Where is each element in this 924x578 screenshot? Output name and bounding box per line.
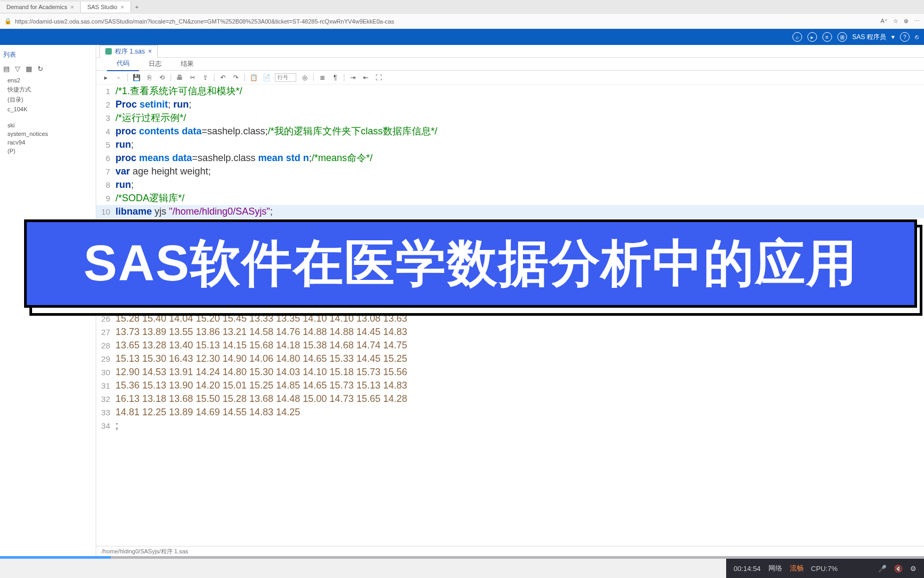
- code-line[interactable]: 8run;: [96, 178, 924, 192]
- cut-icon[interactable]: ✂: [188, 73, 197, 82]
- help-icon[interactable]: ?: [900, 32, 910, 42]
- stop-icon[interactable]: ◦: [114, 73, 123, 82]
- sidebar-item[interactable]: ski: [3, 121, 93, 130]
- sidebar-item[interactable]: c_104K: [3, 105, 93, 113]
- close-icon[interactable]: ×: [148, 48, 152, 55]
- favorite-icon[interactable]: ☆: [893, 18, 898, 25]
- sidebar-item[interactable]: 快捷方式: [3, 85, 93, 95]
- view-icon[interactable]: ▦: [26, 65, 32, 73]
- code-text: 13.73 13.89 13.55 13.86 13.21 14.58 14.7…: [116, 325, 924, 339]
- code-line[interactable]: 2Proc setinit; run;: [96, 98, 924, 111]
- line-number: 33: [96, 406, 116, 419]
- print-icon[interactable]: 🖶: [175, 73, 184, 82]
- code-line[interactable]: 1/*1.查看系统许可信息和模块*/: [96, 85, 924, 98]
- sidebar-item[interactable]: racv94: [3, 138, 93, 147]
- tab-log[interactable]: 日志: [139, 57, 171, 71]
- code-line[interactable]: 6proc means data=sashelp.class mean std …: [96, 151, 924, 165]
- line-number: 3: [96, 111, 116, 125]
- indent-icon[interactable]: ⇥: [349, 73, 357, 82]
- line-number: 28: [96, 339, 116, 352]
- code-line[interactable]: 3115.36 15.13 13.90 14.20 15.01 15.25 14…: [96, 379, 924, 392]
- format-icon[interactable]: ≣: [318, 73, 327, 82]
- paste-icon[interactable]: 📄: [262, 73, 271, 82]
- code-line[interactable]: 3/*运行过程示例*/: [96, 111, 924, 125]
- expand-icon[interactable]: ▤: [3, 65, 10, 73]
- code-text: run;: [116, 138, 924, 151]
- fullscreen-icon[interactable]: ⛶: [374, 73, 383, 82]
- run-icon[interactable]: ▸: [102, 73, 110, 82]
- close-icon[interactable]: ×: [71, 4, 74, 10]
- read-aloud-icon[interactable]: A⁺: [881, 18, 888, 25]
- new-tab-button[interactable]: +: [131, 2, 143, 12]
- code-line[interactable]: 3314.81 12.25 13.89 14.69 14.55 14.83 14…: [96, 406, 924, 419]
- code-line[interactable]: 2713.73 13.89 13.55 13.86 13.21 14.58 14…: [96, 325, 924, 339]
- collections-icon[interactable]: ⊕: [904, 18, 908, 25]
- redo-icon[interactable]: ↷: [232, 73, 240, 82]
- history-icon[interactable]: ⟲: [158, 73, 166, 82]
- code-text: ;: [116, 419, 924, 432]
- code-text: run;: [116, 178, 924, 192]
- copy-icon[interactable]: 📋: [249, 73, 258, 82]
- sidebar-item[interactable]: (目录): [3, 95, 93, 105]
- volume-icon[interactable]: 🔇: [894, 565, 903, 573]
- sub-tab-row: 代码 日志 结果: [96, 58, 924, 71]
- tab-code[interactable]: 代码: [107, 57, 139, 71]
- search-icon[interactable]: ⌕: [792, 32, 802, 42]
- sidebar-item[interactable]: ens2: [3, 76, 93, 85]
- save-icon[interactable]: 💾: [132, 73, 141, 82]
- code-text: /*SODA逻辑库*/: [116, 192, 924, 205]
- code-text: var age height weight;: [116, 165, 924, 178]
- line-number: 7: [96, 165, 116, 178]
- code-text: 15.36 15.13 13.90 14.20 15.01 15.25 14.8…: [116, 379, 924, 392]
- file-tab[interactable]: 程序 1.sas ×: [99, 45, 158, 58]
- code-line[interactable]: 3216.13 13.18 13.68 15.50 15.28 13.68 14…: [96, 392, 924, 406]
- mic-icon[interactable]: 🎤: [878, 565, 887, 573]
- line-number: 27: [96, 325, 116, 339]
- line-input[interactable]: [275, 73, 296, 82]
- url-text[interactable]: https://odamid-usw2.oda.sas.com/SASStudi…: [15, 18, 881, 25]
- saveas-icon[interactable]: ⎘: [145, 73, 153, 82]
- settings-icon[interactable]: ⚙: [910, 565, 917, 573]
- refresh-icon[interactable]: ↻: [37, 65, 43, 73]
- goto-icon[interactable]: ◎: [301, 73, 309, 82]
- outdent-icon[interactable]: ⇤: [361, 73, 370, 82]
- sidebar-item[interactable]: (P): [3, 147, 93, 155]
- tab-title: SAS Studio: [87, 4, 117, 10]
- code-text: libname yjs "/home/hlding0/SASyjs";: [116, 205, 924, 218]
- editor-toolbar: ▸ ◦ 💾 ⎘ ⟲ 🖶 ✂ ⇪ ↶ ↷ 📋 📄 ◎ ≣ ¶ ⇥ ⇤ ⛶: [96, 71, 924, 85]
- close-icon[interactable]: ×: [120, 4, 124, 10]
- filter-icon[interactable]: ▽: [15, 65, 20, 73]
- programmer-label[interactable]: SAS 程序员: [852, 33, 886, 42]
- new-icon[interactable]: ▸: [807, 32, 817, 42]
- code-text: proc means data=sashelp.class mean std n…: [116, 151, 924, 165]
- sidebar-item[interactable]: system_notices: [3, 130, 93, 138]
- code-text: 14.81 12.25 13.89 14.69 14.55 14.83 14.2…: [116, 406, 924, 419]
- code-line[interactable]: 4proc contents data=sashelp.class;/*我的逻辑…: [96, 125, 924, 138]
- share-icon[interactable]: ⇪: [201, 73, 210, 82]
- status-path: /home/hlding0/SASyjs/程序 1.sas: [96, 546, 924, 557]
- code-line[interactable]: 9/*SODA逻辑库*/: [96, 192, 924, 205]
- code-text: 13.65 13.28 13.40 15.13 14.15 15.68 14.1…: [116, 339, 924, 352]
- code-line[interactable]: 5run;: [96, 138, 924, 151]
- code-text: 12.90 14.53 13.91 14.24 14.80 15.30 14.0…: [116, 366, 924, 379]
- list-icon[interactable]: ≡: [822, 32, 832, 42]
- code-line[interactable]: 2915.13 15.30 16.43 12.30 14.90 14.06 14…: [96, 352, 924, 366]
- undo-icon[interactable]: ↶: [219, 73, 227, 82]
- signout-icon[interactable]: ⎋: [915, 33, 919, 41]
- tab-results[interactable]: 结果: [171, 57, 203, 71]
- line-number: 9: [96, 192, 116, 205]
- code-line[interactable]: 2813.65 13.28 13.40 15.13 14.15 15.68 14…: [96, 339, 924, 352]
- code-text: /*1.查看系统许可信息和模块*/: [116, 85, 924, 98]
- line-number: 34: [96, 419, 116, 432]
- dropdown-icon[interactable]: ▾: [891, 33, 895, 41]
- line-number: 10: [96, 205, 116, 218]
- menu-icon[interactable]: ⋯: [914, 18, 920, 25]
- code-line[interactable]: 3012.90 14.53 13.91 14.24 14.80 15.30 14…: [96, 366, 924, 379]
- more-icon[interactable]: ⊞: [837, 32, 847, 42]
- wrap-icon[interactable]: ¶: [331, 73, 340, 82]
- code-line[interactable]: 34;: [96, 419, 924, 432]
- code-line[interactable]: 7var age height weight;: [96, 165, 924, 178]
- code-line[interactable]: 10libname yjs "/home/hlding0/SASyjs";: [96, 205, 924, 218]
- browser-tab[interactable]: SAS Studio ×: [81, 2, 131, 12]
- browser-tab[interactable]: Demand for Academics ×: [0, 2, 81, 12]
